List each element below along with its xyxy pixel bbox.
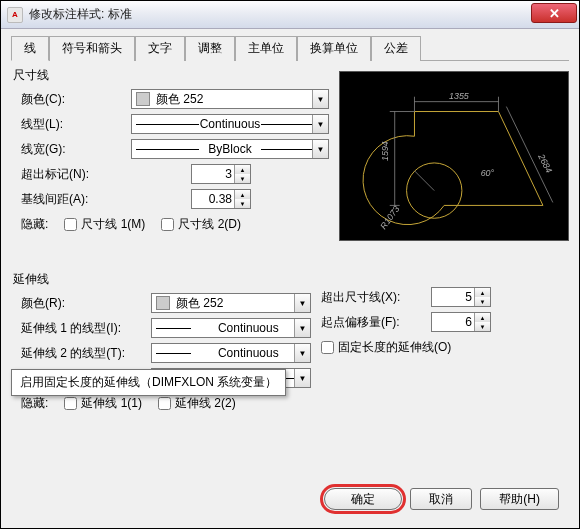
extline-offset-label: 起点偏移量(F): [321,314,431,331]
close-button[interactable]: ✕ [531,3,577,23]
dimline-spacing-spin[interactable]: 0.38▲▼ [191,189,251,209]
dimline-group: 尺寸线 颜色(C): 颜色 252▼ 线型(L): Continuous▼ 线宽… [11,65,329,241]
dimline-color-label: 颜色(C): [21,91,131,108]
window-title: 修改标注样式: 标准 [29,6,531,23]
tab-bar: 线 符号和箭头 文字 调整 主单位 换算单位 公差 [11,35,569,61]
tooltip: 启用固定长度的延伸线（DIMFXLON 系统变量） [11,369,286,396]
dimline-lweight-combo[interactable]: ByBlock▼ [131,139,329,159]
dimline-extend-value: 3 [225,167,232,181]
extline-lt1-value: Continuous [191,321,306,335]
dimline-extend-label: 超出标记(N): [21,166,191,183]
dimline-lweight-label: 线宽(G): [21,141,131,158]
extline-hide2-label: 延伸线 2(2) [175,395,236,412]
extline-lt1-combo[interactable]: Continuous▼ [151,318,311,338]
dimline-ltype-combo[interactable]: Continuous▼ [131,114,329,134]
spin-down-icon[interactable]: ▼ [234,199,250,208]
preview-dim-left: 1594 [380,141,390,161]
preview-dim-right: 2684 [536,151,554,174]
preview-dim-radius: R1073 [378,204,401,231]
spin-up-icon[interactable]: ▲ [474,313,490,322]
extline-color-label: 颜色(R): [21,295,151,312]
dimline-color-value: 颜色 252 [156,91,203,108]
extline-group-label: 延伸线 [13,271,311,288]
tab-alt[interactable]: 换算单位 [297,36,371,61]
svg-line-8 [414,171,434,191]
dimline-lweight-value: ByBlock [199,142,262,156]
chevron-down-icon: ▼ [312,140,328,158]
dimline-color-combo[interactable]: 颜色 252▼ [131,89,329,109]
dimline-hide1-check[interactable]: 尺寸线 1(M) [64,216,145,233]
chevron-down-icon: ▼ [312,90,328,108]
chevron-down-icon: ▼ [294,369,310,387]
extline-hide1-label: 延伸线 1(1) [81,395,142,412]
spin-up-icon[interactable]: ▲ [234,165,250,174]
tab-tol[interactable]: 公差 [371,36,421,61]
footer: 确定 取消 帮助(H) [11,480,569,518]
tab-primary[interactable]: 主单位 [235,36,297,61]
preview-pane: 1355 1594 2684 R1073 60° [339,71,569,241]
extline-fixed-check[interactable]: 固定长度的延伸线(O) [321,339,451,356]
extline-beyond-label: 超出尺寸线(X): [321,289,431,306]
spin-up-icon[interactable]: ▲ [474,288,490,297]
extline-fixed-label: 固定长度的延伸线(O) [338,339,451,356]
dimline-hide2-check[interactable]: 尺寸线 2(D) [161,216,241,233]
extline-beyond-value: 5 [465,290,472,304]
tab-fit[interactable]: 调整 [185,36,235,61]
spin-down-icon[interactable]: ▼ [234,174,250,183]
dimline-hide1-label: 尺寸线 1(M) [81,216,145,233]
preview-dim-top: 1355 [449,91,469,101]
spin-up-icon[interactable]: ▲ [234,190,250,199]
extline-beyond-spin[interactable]: 5▲▼ [431,287,491,307]
dimline-ltype-value: Continuous [199,117,262,131]
dimline-spacing-label: 基线间距(A): [21,191,191,208]
dialog-window: A 修改标注样式: 标准 ✕ 线 符号和箭头 文字 调整 主单位 换算单位 公差… [0,0,580,529]
chevron-down-icon: ▼ [312,115,328,133]
ok-button[interactable]: 确定 [324,488,402,510]
chevron-down-icon: ▼ [294,294,310,312]
extline-hide2-check[interactable]: 延伸线 2(2) [158,395,236,412]
tab-text[interactable]: 文字 [135,36,185,61]
extline-lt2-combo[interactable]: Continuous▼ [151,343,311,363]
chevron-down-icon: ▼ [294,344,310,362]
app-icon: A [7,7,23,23]
extline-color-value: 颜色 252 [176,295,223,312]
dimline-hide2-label: 尺寸线 2(D) [178,216,241,233]
help-button[interactable]: 帮助(H) [480,488,559,510]
dimline-spacing-value: 0.38 [209,192,232,206]
extline-offset-value: 6 [465,315,472,329]
dimline-hide-label: 隐藏: [21,216,48,233]
tab-symbols[interactable]: 符号和箭头 [49,36,135,61]
extline-hide-label: 隐藏: [21,395,48,412]
extline-lt1-label: 延伸线 1 的线型(I): [21,320,151,337]
extline-lt2-value: Continuous [191,346,306,360]
spin-down-icon[interactable]: ▼ [474,297,490,306]
dialog-body: 线 符号和箭头 文字 调整 主单位 换算单位 公差 尺寸线 颜色(C): 颜色 … [1,29,579,528]
extline-hide1-check[interactable]: 延伸线 1(1) [64,395,142,412]
preview-dim-angle: 60° [481,168,495,178]
extline-color-combo[interactable]: 颜色 252▼ [151,293,311,313]
dimline-ltype-label: 线型(L): [21,116,131,133]
dimline-group-label: 尺寸线 [13,67,329,84]
chevron-down-icon: ▼ [294,319,310,337]
extline-right-group: 超出尺寸线(X): 5▲▼ 起点偏移量(F): 6▲▼ 固定长度的延伸线(O) … [321,269,569,414]
extline-offset-spin[interactable]: 6▲▼ [431,312,491,332]
cancel-button[interactable]: 取消 [410,488,472,510]
dimline-extend-spin[interactable]: 3▲▼ [191,164,251,184]
spin-down-icon[interactable]: ▼ [474,322,490,331]
titlebar: A 修改标注样式: 标准 ✕ [1,1,579,29]
tab-lines[interactable]: 线 [11,36,49,61]
extline-lt2-label: 延伸线 2 的线型(T): [21,345,151,362]
